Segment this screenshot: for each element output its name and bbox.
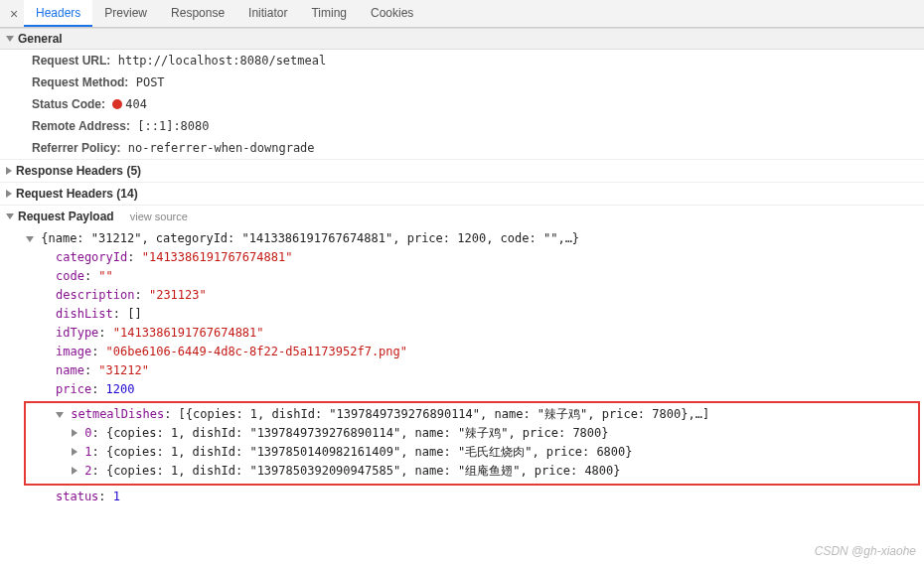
- view-source-link[interactable]: view source: [130, 211, 188, 222]
- field-name: name: "31212": [12, 361, 924, 380]
- section-request-headers[interactable]: Request Headers (14): [0, 182, 924, 205]
- chevron-down-icon: [6, 36, 14, 42]
- field-status: status: 1: [12, 488, 924, 506]
- status-code-text: 404: [125, 97, 147, 111]
- chevron-right-icon: [72, 448, 77, 456]
- field-dishList: dishList: []: [12, 305, 924, 324]
- payload-tree: {name: "31212", categoryId: "14133861917…: [0, 227, 924, 508]
- array-item-0[interactable]: 0: {copies: 1, dishId: "1397849739276890…: [26, 424, 918, 443]
- field-categoryId: categoryId: "1413386191767674881": [12, 248, 924, 267]
- devtools-tabs: × Headers Preview Response Initiator Tim…: [0, 0, 924, 28]
- tab-initiator[interactable]: Initiator: [236, 0, 299, 27]
- field-setmealDishes[interactable]: setmealDishes: [{copies: 1, dishId: "139…: [26, 405, 918, 424]
- row-request-method: Request Method: POST: [0, 71, 924, 93]
- label: Request Method:: [32, 75, 128, 89]
- section-response-headers[interactable]: Response Headers (5): [0, 159, 924, 182]
- chevron-right-icon: [6, 190, 12, 198]
- tab-timing[interactable]: Timing: [299, 0, 359, 27]
- label: Status Code:: [32, 97, 105, 111]
- section-title: General: [18, 32, 63, 46]
- row-status-code: Status Code: 404: [0, 93, 924, 115]
- label: Request URL:: [32, 54, 110, 68]
- label: Remote Address:: [32, 119, 130, 133]
- chevron-right-icon: [6, 167, 12, 175]
- array-item-1[interactable]: 1: {copies: 1, dishId: "1397850140982161…: [26, 443, 918, 462]
- value: POST: [136, 75, 165, 89]
- tab-response[interactable]: Response: [159, 0, 236, 27]
- value: http://localhost:8080/setmeal: [118, 54, 327, 68]
- row-referrer-policy: Referrer Policy: no-referrer-when-downgr…: [0, 137, 924, 159]
- chevron-down-icon: [6, 213, 14, 219]
- value: [::1]:8080: [137, 119, 209, 133]
- field-price: price: 1200: [12, 380, 924, 399]
- payload-summary[interactable]: {name: "31212", categoryId: "14133861917…: [12, 229, 924, 248]
- section-request-payload[interactable]: Request Payload view source: [0, 205, 924, 227]
- label: Referrer Policy:: [32, 141, 120, 155]
- chevron-right-icon: [72, 429, 77, 437]
- value: 404: [112, 97, 147, 111]
- field-idType: idType: "1413386191767674881": [12, 324, 924, 343]
- field-code: code: "": [12, 267, 924, 286]
- section-title: Response Headers (5): [16, 164, 141, 178]
- close-icon[interactable]: ×: [4, 6, 24, 22]
- field-description: description: "231123": [12, 286, 924, 305]
- field-image: image: "06be6106-6449-4d8c-8f22-d5a11739…: [12, 343, 924, 361]
- array-item-2[interactable]: 2: {copies: 1, dishId: "1397850392090947…: [26, 462, 918, 481]
- chevron-down-icon: [56, 412, 64, 418]
- highlight-box: setmealDishes: [{copies: 1, dishId: "139…: [24, 401, 920, 486]
- tab-cookies[interactable]: Cookies: [359, 0, 425, 27]
- tab-headers[interactable]: Headers: [24, 0, 92, 27]
- status-dot-icon: [112, 99, 122, 109]
- value: no-referrer-when-downgrade: [128, 141, 315, 155]
- section-title: Request Payload: [18, 210, 114, 223]
- row-request-url: Request URL: http://localhost:8080/setme…: [0, 50, 924, 71]
- row-remote-address: Remote Address: [::1]:8080: [0, 115, 924, 137]
- chevron-down-icon: [26, 236, 34, 242]
- section-title: Request Headers (14): [16, 187, 138, 201]
- section-general[interactable]: General: [0, 28, 924, 50]
- summary-text: {name: "31212", categoryId: "14133861917…: [41, 231, 579, 245]
- chevron-right-icon: [72, 467, 77, 475]
- tab-preview[interactable]: Preview: [92, 0, 159, 27]
